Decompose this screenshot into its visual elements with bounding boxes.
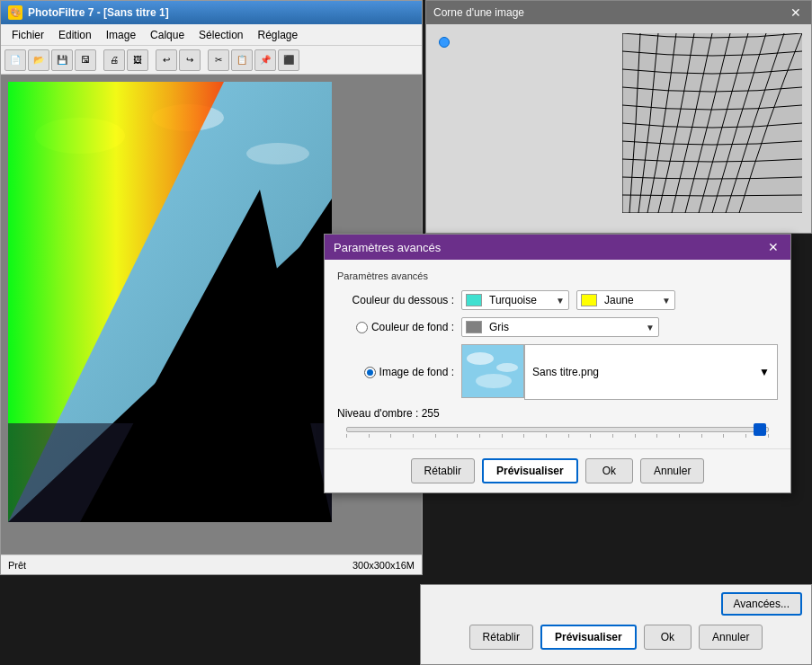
image-fond-label: Image de fond :	[379, 366, 454, 378]
params-ok-btn[interactable]: Ok	[585, 458, 633, 483]
toolbar-extra[interactable]: ⬛	[278, 49, 299, 71]
image-fond-arrow: ▼	[759, 366, 770, 378]
tick-14	[635, 434, 636, 438]
params-title: Paramètres avancés	[334, 241, 441, 254]
tick-15	[656, 434, 657, 438]
toolbar-paste[interactable]: 📌	[254, 49, 276, 71]
status-dimensions: 300x300x16M	[352, 560, 415, 571]
shadow-slider-thumb[interactable]	[754, 423, 766, 436]
tick-11	[568, 434, 569, 438]
blue-control-dot[interactable]	[439, 37, 450, 48]
tick-1	[346, 434, 347, 438]
tick-20	[768, 434, 769, 438]
params-previsualiser-btn[interactable]: Prévisualiser	[482, 458, 578, 483]
menu-image[interactable]: Image	[99, 27, 143, 43]
pf-menubar: Fichier Edition Image Calque Sélection R…	[1, 24, 422, 46]
jaune-swatch	[581, 294, 597, 306]
couleur-dessous-row: Couleur du dessous : Turquoise ▼ Jaune ▼	[337, 290, 778, 310]
image-fond-dropdown[interactable]: Sans titre.png ▼	[524, 344, 778, 400]
tick-7	[479, 434, 480, 438]
canvas-image	[8, 82, 332, 522]
toolbar-save-as[interactable]: 🖫	[75, 49, 96, 71]
params-footer: Rétablir Prévisualiser Ok Annuler	[325, 448, 790, 492]
slider-container	[337, 427, 778, 438]
tick-19	[745, 434, 746, 438]
toolbar-new[interactable]: 📄	[4, 49, 26, 71]
params-retablir-btn[interactable]: Rétablir	[411, 458, 475, 483]
radio-couleur-fond[interactable]	[356, 322, 368, 333]
pf-statusbar: Prêt 300x300x16M	[1, 554, 422, 574]
svg-rect-11	[462, 345, 524, 398]
jaune-dropdown[interactable]: Jaune ▼	[576, 290, 675, 310]
image-fond-preview	[461, 344, 524, 398]
tick-18	[723, 434, 724, 438]
menu-selection[interactable]: Sélection	[192, 27, 250, 43]
menu-edition[interactable]: Edition	[51, 27, 99, 43]
svg-point-4	[246, 143, 309, 164]
toolbar-redo[interactable]: ↪	[179, 49, 201, 71]
turquoise-arrow: ▼	[552, 296, 568, 306]
turquoise-label: Turquoise	[486, 294, 552, 306]
svg-point-12	[467, 352, 494, 365]
menu-reglage[interactable]: Réglage	[250, 27, 305, 43]
corne-previsualiser-btn[interactable]: Prévisualiser	[540, 625, 637, 650]
toolbar-save[interactable]: 💾	[51, 49, 73, 71]
gris-label: Gris	[486, 321, 642, 333]
menu-fichier[interactable]: Fichier	[4, 27, 51, 43]
jaune-label: Jaune	[601, 294, 658, 306]
avancees-button[interactable]: Avancées...	[721, 592, 802, 616]
params-section: Paramètres avancés	[337, 270, 778, 281]
params-body: Paramètres avancés Couleur du dessous : …	[325, 260, 790, 448]
couleur-fond-row: Couleur de fond : Gris ▼	[337, 317, 778, 337]
turquoise-dropdown[interactable]: Turquoise ▼	[461, 290, 569, 310]
mesh-area	[622, 33, 802, 213]
corne-avancees-row: Avancées...	[421, 585, 811, 619]
gris-dropdown[interactable]: Gris ▼	[461, 317, 659, 337]
menu-calque[interactable]: Calque	[143, 27, 192, 43]
toolbar-print[interactable]: 🖨	[103, 49, 125, 71]
tick-9	[523, 434, 524, 438]
radio-image-fond[interactable]	[364, 367, 376, 378]
pf-titlebar: 🎨 PhotoFiltre 7 - [Sans titre 1]	[1, 1, 422, 24]
shadow-row: Niveau d'ombre : 255	[337, 407, 778, 420]
gris-swatch	[466, 321, 482, 333]
pf-icon: 🎨	[8, 5, 22, 20]
svg-point-14	[476, 374, 512, 388]
couleur-fond-label: Couleur de fond :	[371, 321, 454, 333]
toolbar-print-preview[interactable]: 🖼	[127, 49, 148, 71]
corne-close-btn[interactable]: ✕	[788, 4, 804, 21]
params-close-btn[interactable]: ✕	[765, 239, 781, 255]
turquoise-swatch	[466, 294, 482, 306]
tick-12	[590, 434, 591, 438]
corne-content	[426, 24, 811, 233]
params-annuler-btn[interactable]: Annuler	[640, 458, 704, 483]
slider-ticks	[346, 434, 769, 438]
params-dialog: Paramètres avancés ✕ Paramètres avancés …	[324, 234, 791, 493]
image-fond-container: Sans titre.png ▼	[461, 344, 778, 400]
shadow-label: Niveau d'ombre : 255	[337, 407, 440, 420]
tick-2	[369, 434, 370, 438]
svg-point-13	[496, 363, 518, 372]
corne-titlebar: Corne d'une image ✕	[426, 1, 811, 24]
image-fond-row: Image de fond : Sans titre.png ▼	[337, 344, 778, 400]
corne-retablir-btn[interactable]: Rétablir	[469, 625, 533, 650]
status-text: Prêt	[8, 560, 352, 571]
tick-17	[701, 434, 702, 438]
corne-ok-btn[interactable]: Ok	[644, 625, 692, 650]
tick-6	[457, 434, 458, 438]
toolbar-cut[interactable]: ✂	[208, 49, 229, 71]
toolbar-open[interactable]: 📂	[28, 49, 49, 71]
couleur-dessous-label: Couleur du dessous :	[337, 294, 454, 306]
toolbar-undo[interactable]: ↩	[156, 49, 177, 71]
tick-4	[413, 434, 414, 438]
corne-title: Corne d'une image	[433, 6, 524, 19]
shadow-slider-track[interactable]	[346, 427, 769, 432]
tick-3	[390, 434, 391, 438]
pf-title: PhotoFiltre 7 - [Sans titre 1]	[28, 6, 169, 19]
corne-lower-btn-row: Rétablir Prévisualiser Ok Annuler	[421, 619, 811, 655]
toolbar-copy[interactable]: 📋	[231, 49, 253, 71]
corne-annuler-btn[interactable]: Annuler	[699, 625, 763, 650]
params-titlebar: Paramètres avancés ✕	[325, 235, 790, 260]
jaune-arrow: ▼	[658, 296, 674, 306]
corne-window: Corne d'une image ✕	[425, 0, 812, 234]
